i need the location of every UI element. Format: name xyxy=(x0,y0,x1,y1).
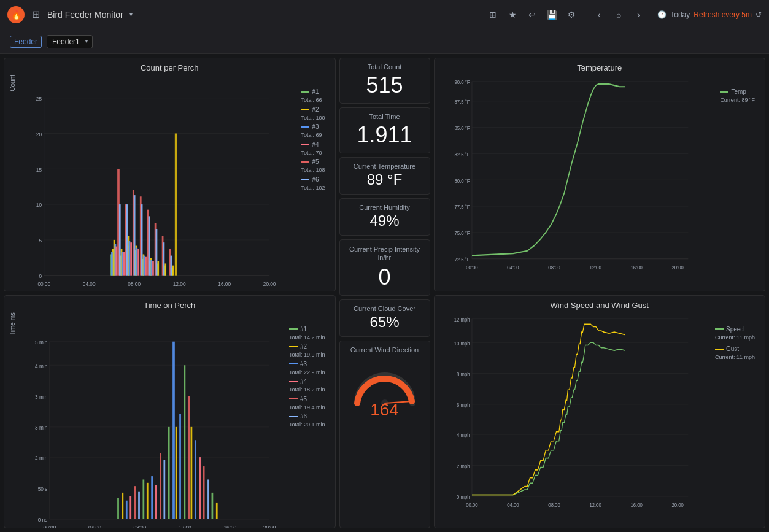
svg-text:16:00: 16:00 xyxy=(630,501,642,507)
temp-legend: Temp Current: 89 °F xyxy=(720,87,755,105)
svg-text:00:00: 00:00 xyxy=(466,501,477,507)
current-cloud-panel: Current Cloud Cover 65% xyxy=(339,299,430,337)
svg-text:0: 0 xyxy=(39,272,42,279)
svg-text:72.5 °F: 72.5 °F xyxy=(454,256,470,263)
current-precip-panel: Current Precip Intensity in/hr 0 xyxy=(339,239,430,296)
svg-rect-42 xyxy=(129,241,131,276)
svg-rect-46 xyxy=(115,246,117,275)
svg-rect-130 xyxy=(176,427,177,519)
svg-text:08:00: 08:00 xyxy=(134,525,147,528)
svg-text:4 min: 4 min xyxy=(35,363,47,369)
svg-text:2 mph: 2 mph xyxy=(457,462,470,469)
svg-text:75.0 °F: 75.0 °F xyxy=(454,229,470,236)
svg-text:0 mph: 0 mph xyxy=(457,493,470,500)
wind-speed-panel: Wind Speed and Wind Gust 0 mph 2 mph 4 m… xyxy=(434,295,766,529)
svg-rect-134 xyxy=(195,441,196,519)
temperature-title: Temperature xyxy=(439,63,760,72)
current-humidity-panel: Current Humidity 49% xyxy=(339,198,430,236)
star-button[interactable]: ★ xyxy=(504,6,521,23)
svg-rect-118 xyxy=(122,493,123,519)
time-range: 🕐 Today Refresh every 5m ↺ xyxy=(657,10,762,19)
current-humidity-value: 49% xyxy=(346,212,423,230)
save-button[interactable]: 💾 xyxy=(543,6,560,23)
svg-rect-121 xyxy=(134,487,136,520)
total-count-value: 515 xyxy=(346,72,423,98)
feeder-dropdown[interactable]: Feeder1 Feeder2 xyxy=(47,35,93,48)
share-button[interactable]: ↩ xyxy=(524,6,541,23)
current-precip-title: Current Precip Intensity in/hr xyxy=(346,245,423,263)
svg-rect-119 xyxy=(126,501,128,519)
svg-text:6 mph: 6 mph xyxy=(457,401,470,408)
time-y-axis-label: Time ms xyxy=(9,312,16,336)
count-per-perch-panel: Count per Perch Count 0 5 10 15 20 25 xyxy=(4,58,336,291)
svg-rect-123 xyxy=(142,480,144,519)
svg-text:20:00: 20:00 xyxy=(263,525,276,528)
svg-text:82.5 °F: 82.5 °F xyxy=(454,151,470,158)
svg-rect-47 xyxy=(123,252,125,276)
svg-rect-36 xyxy=(157,261,159,276)
svg-rect-41 xyxy=(122,252,123,276)
time-on-perch-chart: 0 ns 50 s 2 min 3 min 3 min 4 min 5 min … xyxy=(21,335,281,528)
svg-rect-117 xyxy=(117,498,119,519)
svg-text:12:00: 12:00 xyxy=(589,501,601,507)
count-legend: #1 Total: 66 #2 Total: 100 #3 Total: 69 … xyxy=(301,87,325,192)
svg-text:12 mph: 12 mph xyxy=(454,316,470,323)
back-button[interactable]: ‹ xyxy=(590,6,608,23)
svg-rect-135 xyxy=(199,458,201,520)
svg-text:04:00: 04:00 xyxy=(83,280,96,287)
current-wind-dir-panel: Current Wind Direction 164 xyxy=(339,341,430,528)
svg-text:04:00: 04:00 xyxy=(507,501,519,507)
svg-rect-65 xyxy=(156,229,158,275)
grafana-logo: 🔥 xyxy=(7,6,25,23)
forward-button[interactable]: › xyxy=(630,6,647,23)
svg-text:12:00: 12:00 xyxy=(589,264,601,271)
svg-rect-60 xyxy=(119,204,121,276)
svg-text:5 min: 5 min xyxy=(35,339,47,346)
svg-text:08:00: 08:00 xyxy=(548,264,560,271)
svg-text:85.0 °F: 85.0 °F xyxy=(454,125,470,131)
svg-rect-127 xyxy=(160,453,161,519)
topbar: 🔥 ⊞ Bird Feeder Monitor ▾ ⊞ ★ ↩ 💾 ⚙ ‹ ⌕ … xyxy=(0,0,769,29)
svg-rect-63 xyxy=(141,204,143,276)
search-button[interactable]: ⌕ xyxy=(610,6,627,23)
svg-rect-128 xyxy=(163,460,165,519)
svg-text:2 min: 2 min xyxy=(35,455,47,461)
temperature-chart: 72.5 °F 75.0 °F 77.5 °F 80.0 °F 82.5 °F … xyxy=(446,75,699,285)
temperature-panel: Temperature 72.5 °F 75.0 °F 77.5 °F 80.0… xyxy=(434,58,766,291)
svg-text:20:00: 20:00 xyxy=(671,501,683,507)
svg-rect-61 xyxy=(126,204,128,276)
settings-button[interactable]: ⚙ xyxy=(563,6,580,23)
svg-text:16:00: 16:00 xyxy=(630,264,642,271)
svg-rect-49 xyxy=(137,249,139,276)
apps-icon: ⊞ xyxy=(32,9,40,20)
add-panel-button[interactable]: ⊞ xyxy=(484,6,501,23)
feeder-dropdown-wrap[interactable]: Feeder1 Feeder2 xyxy=(47,35,93,48)
svg-rect-133 xyxy=(191,427,193,519)
svg-rect-51 xyxy=(152,261,154,276)
total-count-panel: Total Count 515 xyxy=(339,58,430,104)
svg-text:04:00: 04:00 xyxy=(88,525,101,528)
svg-rect-129 xyxy=(168,427,170,519)
svg-text:00:00: 00:00 xyxy=(37,280,50,287)
svg-text:80.0 °F: 80.0 °F xyxy=(454,177,470,184)
svg-text:8 mph: 8 mph xyxy=(457,370,470,377)
svg-rect-64 xyxy=(149,216,150,275)
refresh-icon[interactable]: ↺ xyxy=(755,10,762,19)
wind-gauge-container: 164 xyxy=(346,355,423,422)
wind-speed-title: Wind Speed and Wind Gust xyxy=(439,301,760,310)
svg-text:16:00: 16:00 xyxy=(223,525,236,528)
svg-text:00:00: 00:00 xyxy=(466,264,477,271)
refresh-label[interactable]: Refresh every 5m xyxy=(694,10,752,19)
svg-rect-116 xyxy=(188,396,190,519)
svg-rect-39 xyxy=(111,252,113,276)
svg-rect-132 xyxy=(184,366,186,519)
svg-text:12:00: 12:00 xyxy=(179,525,191,528)
total-time-title: Total Time xyxy=(346,113,423,120)
current-temp-title: Current Temperature xyxy=(346,163,423,170)
svg-text:3 min: 3 min xyxy=(35,394,47,401)
svg-rect-131 xyxy=(179,414,181,519)
wind-gauge-svg xyxy=(351,357,419,406)
main-grid: Count per Perch Count 0 5 10 15 20 25 xyxy=(0,54,769,532)
count-y-axis-label: Count xyxy=(9,75,16,91)
svg-text:77.5 °F: 77.5 °F xyxy=(454,204,470,210)
